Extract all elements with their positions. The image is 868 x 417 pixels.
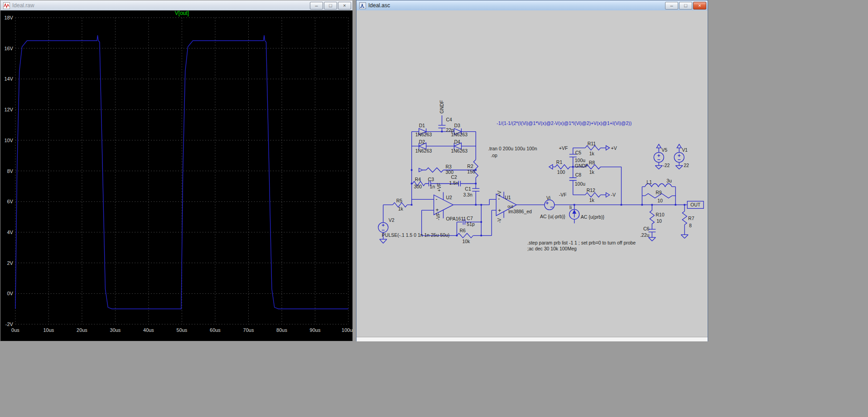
r4-name[interactable]: R4 xyxy=(415,177,421,182)
vi-name[interactable]: Vi xyxy=(546,196,550,201)
net-flag-vplus[interactable] xyxy=(606,146,610,150)
d2-name[interactable]: D2 xyxy=(419,139,425,144)
tran-directive[interactable]: .tran 0 200u 100u 100n xyxy=(488,146,537,151)
restore-button[interactable]: □ xyxy=(324,2,337,10)
resistor-r10-symbol[interactable] xyxy=(650,210,654,224)
u2-in-plus-sign[interactable]: + xyxy=(436,207,439,213)
v2-name[interactable]: V2 xyxy=(389,218,395,223)
close-button[interactable]: × xyxy=(693,2,706,10)
capacitor-c1-symbol[interactable] xyxy=(472,188,479,191)
r11-value[interactable]: 1k xyxy=(589,151,595,156)
resistor-r3-symbol[interactable] xyxy=(426,168,444,173)
capacitor-c8-symbol[interactable] xyxy=(569,177,577,180)
r1-name[interactable]: R1 xyxy=(556,160,563,165)
d4-value[interactable]: 1N6263 xyxy=(451,149,468,153)
source-v1-symbol[interactable] xyxy=(674,153,684,163)
r6-value[interactable]: 10k xyxy=(462,239,470,244)
r4-value[interactable]: 300 xyxy=(414,184,422,189)
schematic-titlebar[interactable]: Ideal.asc – □ × xyxy=(357,0,708,10)
c3-value[interactable]: 1n xyxy=(430,184,435,189)
v2-value[interactable]: PULSE(-.1 1.5 0 1n 1n 25u 50u) xyxy=(382,233,449,238)
v5-value[interactable]: -22 xyxy=(663,163,670,168)
r11-name[interactable]: R11 xyxy=(588,141,596,146)
r1-value[interactable]: 100 xyxy=(557,170,565,175)
v1-name[interactable]: V1 xyxy=(682,148,688,153)
u2-vplus-label[interactable]: +VF xyxy=(437,183,442,192)
u2-in-minus-sign[interactable]: - xyxy=(436,196,438,202)
c5-value[interactable]: 100u xyxy=(575,158,585,163)
r8-value[interactable]: 1k xyxy=(589,170,595,175)
c8-value[interactable]: 100u xyxy=(575,182,585,187)
resistor-r2-symbol[interactable] xyxy=(473,160,478,178)
u2-name[interactable]: U2 xyxy=(446,195,452,200)
c3-name[interactable]: C3 xyxy=(428,177,434,182)
gndf-top-label[interactable]: GNDF xyxy=(440,100,445,114)
l1-name[interactable]: L1 xyxy=(646,180,652,185)
restore-button[interactable]: □ xyxy=(679,2,692,10)
capacitor-c6-symbol[interactable] xyxy=(648,229,656,232)
c7-name[interactable]: C7 xyxy=(467,216,473,221)
resistor-r12-symbol[interactable] xyxy=(585,192,601,197)
c5-name[interactable]: C5 xyxy=(575,150,582,155)
resistor-r11-symbol[interactable] xyxy=(585,146,601,150)
waveform-titlebar[interactable]: Ideal.raw – □ × xyxy=(0,0,352,10)
op-directive[interactable]: .op xyxy=(491,153,497,158)
u1-in-minus-sign[interactable]: - xyxy=(498,196,500,202)
c2-name[interactable]: C2 xyxy=(451,175,457,180)
c2-value[interactable]: 1.5n xyxy=(449,181,458,186)
r3-value[interactable]: 300 xyxy=(445,170,453,175)
v1-value[interactable]: 22 xyxy=(684,163,689,168)
r10-value[interactable]: 10 xyxy=(656,219,662,224)
gndf-mid-label[interactable]: GNDF xyxy=(575,163,588,168)
plot-title[interactable]: V[out] xyxy=(175,10,189,16)
r12-value[interactable]: 1k xyxy=(589,198,595,203)
net-flag-v1[interactable] xyxy=(677,144,681,148)
u1-model[interactable]: lm3886_ed xyxy=(508,209,532,214)
ii-value[interactable]: AC {u(prb)} xyxy=(581,215,605,220)
resistor-r6-symbol[interactable] xyxy=(457,233,473,238)
c1-name[interactable]: C1 xyxy=(465,187,471,192)
net-flag-vminus[interactable] xyxy=(606,192,610,197)
net-flag-r1[interactable] xyxy=(549,165,553,169)
r2-value[interactable]: 150 xyxy=(467,170,475,175)
r5-value[interactable]: 1k xyxy=(398,206,404,211)
capacitor-c4-symbol[interactable] xyxy=(439,115,446,132)
vf-plus-label[interactable]: +VF xyxy=(559,146,568,151)
capacitor-c2-symbol[interactable] xyxy=(458,181,460,186)
v5-name[interactable]: V5 xyxy=(661,148,667,153)
d3-value[interactable]: 1N6263 xyxy=(451,132,468,137)
vplus-flag-label[interactable]: +V xyxy=(611,146,617,151)
net-flag-x[interactable] xyxy=(419,168,423,172)
l1-value[interactable]: 3u xyxy=(666,178,672,183)
r10-name[interactable]: R10 xyxy=(656,212,664,217)
u2-vminus-label[interactable]: -VF xyxy=(436,212,441,220)
c8-name[interactable]: C8 xyxy=(575,173,582,177)
source-v5-symbol[interactable] xyxy=(654,153,664,163)
r7-name[interactable]: R7 xyxy=(688,216,694,221)
r3-name[interactable]: R3 xyxy=(445,164,452,169)
resistor-r1-symbol[interactable] xyxy=(555,165,570,169)
r5-name[interactable]: R5 xyxy=(396,198,403,203)
d4-name[interactable]: D4 xyxy=(454,139,460,144)
u2-model[interactable]: OPA1611 xyxy=(446,216,466,221)
minimize-button[interactable]: – xyxy=(665,2,678,10)
net-flag-v5[interactable] xyxy=(656,144,661,148)
c4-name[interactable]: C4 xyxy=(446,117,452,122)
u1-name[interactable]: U1 xyxy=(505,195,511,200)
r2-name[interactable]: R2 xyxy=(467,164,473,169)
r9-name[interactable]: R9 xyxy=(656,190,662,195)
schematic-canvas[interactable]: GNDFC422pD11N6263D31N6263D21N6263D41N626… xyxy=(357,10,708,341)
d1-value[interactable]: 1N6263 xyxy=(415,132,432,137)
c1-value[interactable]: 3.3n xyxy=(463,192,473,197)
vi-value[interactable]: AC {u(-prb)} xyxy=(540,214,565,219)
d1-name[interactable]: D1 xyxy=(419,123,425,128)
c6-value[interactable]: .22u xyxy=(640,233,650,238)
vf-minus-label[interactable]: -VF xyxy=(559,192,567,197)
r9-value[interactable]: 10 xyxy=(657,198,663,203)
ac-directive[interactable]: ;ac dec 30 10k 100Meg xyxy=(527,246,577,251)
d2-value[interactable]: 1N6263 xyxy=(415,149,432,153)
ii-name[interactable]: Ii xyxy=(569,205,572,210)
r6-name[interactable]: R6 xyxy=(459,228,466,233)
d3-name[interactable]: D3 xyxy=(454,123,460,128)
probe-formula[interactable]: -1/(1-1/(2*(I(Vi)@1*V(x)@2-V(x)@1*I(Vi)@… xyxy=(497,121,632,126)
